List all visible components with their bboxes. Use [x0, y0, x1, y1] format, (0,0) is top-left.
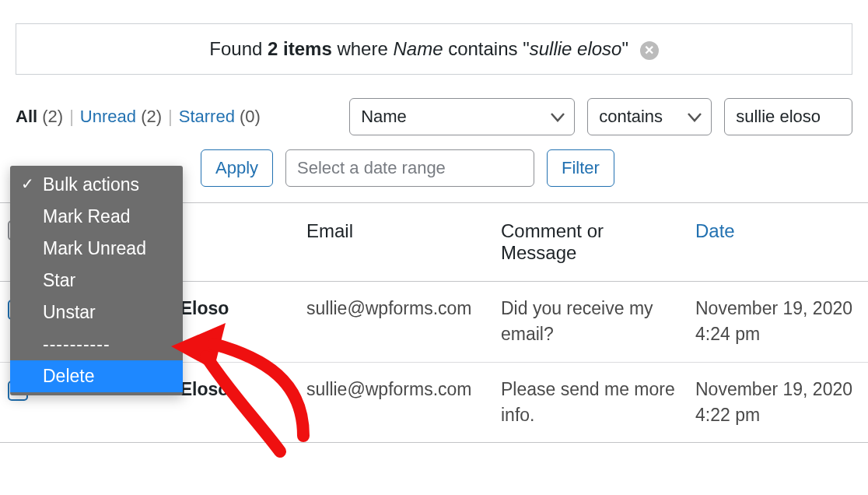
dismiss-filter-icon[interactable]: ✕ — [640, 41, 659, 60]
tab-starred-label: Starred — [179, 107, 235, 126]
tab-unread-count: (2) — [141, 107, 162, 126]
where-text: where — [332, 38, 394, 59]
view-tabs: All (2) | Unread (2) | Starred (0) — [16, 107, 261, 127]
column-header-email: Email — [299, 203, 493, 282]
filter-field-value: Name — [361, 107, 407, 127]
tab-separator: | — [168, 107, 173, 127]
chevron-down-icon — [551, 107, 565, 127]
field-name: Name — [393, 38, 443, 59]
entry-date: November 19, 2020 4:22 pm — [688, 362, 868, 443]
tab-all-count: (2) — [42, 107, 63, 126]
found-prefix: Found — [209, 38, 268, 59]
entry-message: Did you receive my email? — [493, 282, 688, 363]
search-term: sullie eloso — [530, 38, 622, 59]
filter-field-select[interactable]: Name — [349, 98, 575, 135]
bulk-option-delete[interactable]: Delete — [10, 360, 183, 392]
tab-unread[interactable]: Unread (2) — [80, 107, 162, 127]
bulk-option-mark-unread[interactable]: Mark Unread — [10, 233, 183, 265]
apply-label: Apply — [215, 158, 258, 178]
filter-condition-value: contains — [599, 107, 663, 127]
found-count: 2 items — [268, 38, 332, 59]
filter-value-text: sullie eloso — [736, 107, 821, 127]
tab-starred-count: (0) — [240, 107, 261, 126]
apply-button[interactable]: Apply — [201, 149, 273, 187]
entry-date: November 19, 2020 4:24 pm — [688, 282, 868, 363]
column-header-message: Comment or Message — [493, 203, 688, 282]
bulk-actions-dropdown[interactable]: Bulk actions Mark Read Mark Unread Star … — [10, 166, 183, 395]
tab-unread-label: Unread — [80, 107, 136, 126]
date-range-input[interactable]: Select a date range — [285, 149, 534, 187]
tab-separator: | — [69, 107, 74, 127]
filter-button[interactable]: Filter — [547, 149, 614, 187]
suffix-text: " — [621, 38, 628, 59]
filter-notice: Found 2 items where Name contains "sulli… — [16, 23, 852, 75]
tab-all-label: All — [16, 107, 37, 126]
entry-email: sullie@wpforms.com — [299, 282, 493, 363]
entry-email: sullie@wpforms.com — [299, 362, 493, 443]
bulk-option-bulk-actions[interactable]: Bulk actions — [10, 169, 183, 201]
chevron-down-icon — [688, 107, 702, 127]
tab-starred[interactable]: Starred (0) — [179, 107, 261, 127]
filter-condition-select[interactable]: contains — [587, 98, 712, 135]
date-placeholder: Select a date range — [297, 158, 446, 178]
bulk-option-star[interactable]: Star — [10, 265, 183, 297]
tab-all[interactable]: All (2) — [16, 107, 63, 127]
filter-label: Filter — [562, 158, 600, 178]
column-header-date[interactable]: Date — [688, 203, 868, 282]
filter-value-input[interactable]: sullie eloso — [724, 98, 852, 135]
contains-text: contains " — [443, 38, 529, 59]
bulk-option-separator: ---------- — [10, 328, 183, 360]
entry-message: Please send me more info. — [493, 362, 688, 443]
bulk-option-unstar[interactable]: Unstar — [10, 297, 183, 328]
bulk-option-mark-read[interactable]: Mark Read — [10, 201, 183, 233]
